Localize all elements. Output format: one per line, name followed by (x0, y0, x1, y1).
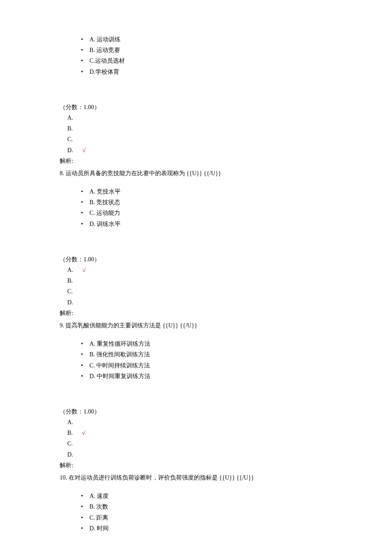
list-item: D. 时间 (81, 523, 332, 534)
list-item: C. 距离 (81, 512, 332, 523)
q9-score: （分数：1.00） (60, 406, 332, 417)
answer-label: B. (67, 430, 73, 436)
q7-answer-b: B. (60, 123, 332, 134)
correct-mark-icon: √ (82, 430, 85, 436)
q8-answer-b: B. (60, 275, 332, 286)
q10-options: A. 速度 B. 次数 C. 距离 D. 时间 (60, 491, 332, 534)
list-item: D.学校体育 (81, 66, 332, 77)
list-item: A. 重复性循环训练方法 (81, 338, 332, 349)
q8-answer-c: C. (60, 286, 332, 297)
answer-label: D. (67, 147, 73, 153)
q8-analysis: 解析: (60, 308, 332, 318)
list-item: B. 运动竞赛 (81, 45, 332, 55)
list-item: C. 运动能力 (81, 208, 332, 218)
q7-answer-a: A. (60, 113, 332, 123)
q8-options: A. 竞技水平 B. 竞技状态 C. 运动能力 D. 训练水平 (60, 186, 332, 229)
list-item: B. 次数 (81, 501, 332, 512)
list-item: D. 训练水平 (81, 219, 332, 229)
q8-answer-a: A. √ (60, 265, 332, 275)
q7-answer-c: C. (60, 134, 332, 145)
q7-answer-d: D. √ (60, 145, 332, 156)
answer-label: A. (67, 267, 73, 273)
q8-answer-d: D. (60, 297, 332, 308)
correct-mark-icon: √ (82, 267, 86, 273)
q7-analysis: 解析: (60, 156, 332, 166)
q9-answer-d: D. (60, 449, 332, 460)
q9-analysis: 解析: (60, 460, 332, 471)
q9-stem: 9. 提高乳酸供能能力的主要训练方法是 {{U}} {{/U}} (60, 320, 332, 331)
list-item: C.运动员选材 (81, 55, 332, 66)
q9-options: A. 重复性循环训练方法 B. 强化性间歇训练方法 C. 中时间持续训练方法 D… (60, 338, 332, 382)
correct-mark-icon: √ (82, 147, 86, 153)
list-item: B. 竞技状态 (81, 197, 332, 208)
q9-answer-a: A. (60, 417, 332, 428)
q7-score: （分数：1.00） (60, 102, 332, 113)
list-item: B. 强化性间歇训练方法 (81, 349, 332, 360)
list-item: C. 中时间持续训练方法 (81, 360, 332, 371)
list-item: A. 速度 (81, 491, 332, 501)
q10-stem: 10. 在对运动员进行训练负荷诊断时，评价负荷强度的指标是 {{U}} {{/U… (60, 472, 332, 483)
q7-options: A. 运动训练 B. 运动竞赛 C.运动员选材 D.学校体育 (60, 34, 332, 77)
list-item: D. 中时间重复训练方法 (81, 371, 332, 382)
list-item: A. 竞技水平 (81, 186, 332, 197)
list-item: A. 运动训练 (81, 34, 332, 45)
q9-answer-c: C. (60, 438, 332, 449)
q8-stem: 8. 运动员所具备的竞技能力在比赛中的表现称为 {{U}} {{/U}} (60, 168, 332, 179)
q9-answer-b: B. √ (60, 428, 332, 438)
q8-score: （分数：1.00） (60, 254, 332, 265)
